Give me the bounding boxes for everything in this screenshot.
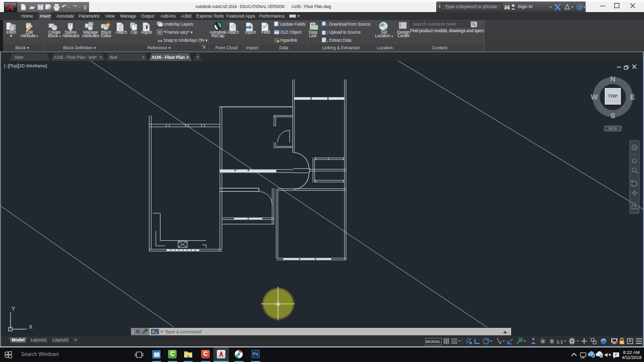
svg-text:X: X xyxy=(29,324,33,330)
svg-text:Y: Y xyxy=(12,306,16,312)
svg-text:1:1: 1:1 xyxy=(556,339,563,344)
svg-text:?: ? xyxy=(578,5,581,10)
